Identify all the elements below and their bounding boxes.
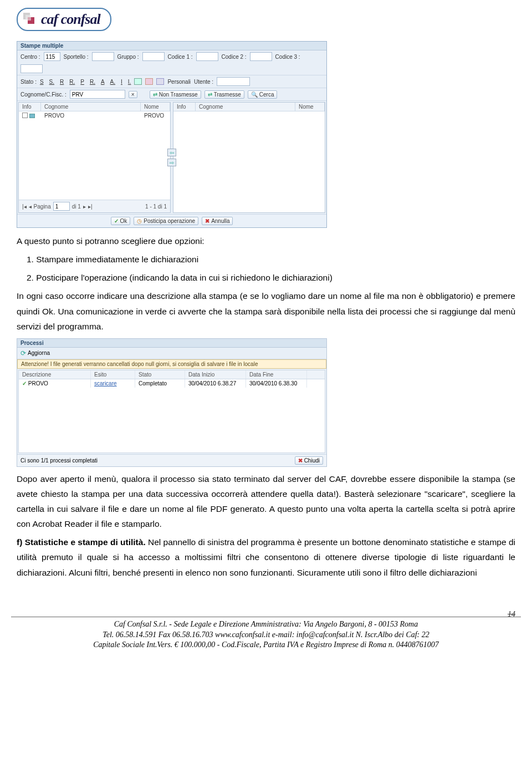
refresh-icon: ⟳ <box>21 349 26 357</box>
pager-next-icon[interactable]: ▸ <box>83 204 86 210</box>
transfer-arrows: ⇦ ⇨ <box>167 149 176 166</box>
posticipa-button[interactable]: ◷ Posticipa operazione <box>134 217 198 225</box>
chiudi-button[interactable]: ✖ Chiudi <box>295 456 323 465</box>
left-pane-header: Info Cognome Nome <box>19 103 170 111</box>
row-nome: PROVO <box>141 112 170 120</box>
footer-line: Capitale Sociale Int.Vers. € 100.000,00 … <box>17 640 515 650</box>
filter-row-3: Cognome/C.Fisc. : × ⇄ Non Trasmesse ⇄ Tr… <box>17 88 326 101</box>
cross-icon: ✖ <box>205 218 209 224</box>
col-data-fine: Data Fine <box>246 370 307 379</box>
codice2-label: Codice 2 : <box>222 54 247 60</box>
stato-letter[interactable]: S. <box>49 79 54 85</box>
pager-first-icon[interactable]: |◂ <box>22 204 27 210</box>
scaricare-link[interactable]: scaricare <box>94 380 117 387</box>
check-icon: ✓ <box>22 380 27 387</box>
col-cognome: Cognome <box>41 103 141 111</box>
col-nome: Nome <box>295 103 325 111</box>
stato-letters: S S. R R. P R. A A. I I. <box>40 79 131 85</box>
gruppo-input[interactable] <box>142 52 165 61</box>
codice1-label: Codice 1 : <box>168 54 193 60</box>
toolbar-icon[interactable] <box>134 78 142 85</box>
pager-of: di 1 <box>72 204 81 210</box>
clock-icon: ◷ <box>137 218 142 224</box>
paragraph: In ogni caso occorre indicare una descri… <box>17 288 515 333</box>
table-row[interactable]: ✓ PROVO scaricare Completato 30/04/2010 … <box>19 379 325 388</box>
col-cognome: Cognome <box>196 103 295 111</box>
list-panes: Info Cognome Nome PROVO PROVO |◂ <box>17 101 326 214</box>
stato-letter[interactable]: I. <box>128 79 131 85</box>
trasmesse-button[interactable]: ⇄ Trasmesse <box>204 90 244 99</box>
processi-status: Ci sono 1/1 processi completati <box>21 457 98 464</box>
pager-range: 1 - 1 di 1 <box>145 204 167 210</box>
stato-letter[interactable]: I <box>121 79 122 85</box>
sportello-label: Sportello : <box>64 54 89 60</box>
centro-input[interactable] <box>44 52 60 61</box>
utente-label: Utente : <box>194 79 213 85</box>
filter-row-2: Stato : S S. R R. P R. A A. I I. Persona… <box>17 75 326 88</box>
checkbox-icon[interactable] <box>22 113 28 118</box>
logo-container: caf confsal <box>17 8 111 31</box>
cerca-button[interactable]: 🔍 Cerca <box>248 90 278 99</box>
left-pane-body: PROVO PROVO <box>19 111 170 200</box>
pager-last-icon[interactable]: ▸| <box>88 204 93 210</box>
processi-toolbar: ⟳ Aggiorna <box>17 348 326 359</box>
right-pane-header: Info Cognome Nome <box>173 103 325 111</box>
stato-letter[interactable]: A <box>101 79 105 85</box>
processi-title: Processi <box>17 339 326 348</box>
col-descrizione: Descrizione <box>19 370 91 379</box>
row-stato: Completato <box>135 379 185 388</box>
page-number: 14 <box>508 609 515 620</box>
utente-input[interactable] <box>217 77 250 86</box>
arrow-icon: ⇄ <box>153 91 157 98</box>
stato-letter[interactable]: R. <box>90 79 95 85</box>
stato-label: Stato : <box>21 79 37 85</box>
codice2-input[interactable] <box>250 52 272 61</box>
list-item: 2. Posticipare l'operazione (indicando l… <box>17 270 515 285</box>
processi-footer: Ci sono 1/1 processi completati ✖ Chiudi <box>17 454 326 466</box>
toolbar-icon[interactable] <box>156 78 164 85</box>
table-row[interactable]: PROVO PROVO <box>19 111 170 120</box>
right-pane-body <box>173 111 325 212</box>
window-title: Stampe multiple <box>17 42 326 50</box>
move-left-button[interactable]: ⇦ <box>167 149 176 156</box>
aggiorna-button[interactable]: ⟳ Aggiorna <box>21 349 50 357</box>
stato-letter[interactable]: A. <box>110 79 115 85</box>
pager-page-input[interactable] <box>53 202 70 211</box>
annulla-button[interactable]: ✖ Annulla <box>202 217 233 225</box>
left-pane: Info Cognome Nome PROVO PROVO |◂ <box>18 102 171 213</box>
stato-letter[interactable]: R. <box>69 79 75 85</box>
footer-line: Caf Confsal S.r.l. - Sede Legale e Direz… <box>17 619 515 630</box>
check-icon: ✓ <box>114 218 119 224</box>
move-right-button[interactable]: ⇨ <box>167 159 176 166</box>
logo-icon <box>22 12 38 27</box>
col-info: Info <box>19 103 41 111</box>
col-info: Info <box>173 103 196 111</box>
non-trasmesse-button[interactable]: ⇄ Non Trasmesse <box>150 90 201 99</box>
ok-button[interactable]: ✓ Ok <box>111 217 131 225</box>
processi-table: Descrizione Esito Stato Data Inizio Data… <box>18 370 325 453</box>
pager-prev-icon[interactable]: ◂ <box>29 204 32 210</box>
processi-header: Descrizione Esito Stato Data Inizio Data… <box>19 370 325 379</box>
row-fine: 30/04/2010 6.38.30 <box>246 379 307 388</box>
sportello-input[interactable] <box>92 52 114 61</box>
filter-row-1: Centro : Sportello : Gruppo : Codice 1 :… <box>17 50 326 75</box>
codice3-input[interactable] <box>21 64 43 73</box>
cognome-label: Cognome/C.Fisc. : <box>21 91 66 98</box>
paragraph: f) Statistiche e stampe di utilità. Nel … <box>17 535 515 579</box>
footer-line: Tel. 06.58.14.591 Fax 06.58.16.703 www.c… <box>17 630 515 640</box>
cognome-input[interactable] <box>70 90 125 99</box>
codice1-input[interactable] <box>196 52 218 61</box>
col-nome: Nome <box>141 103 170 111</box>
stato-letter[interactable]: S <box>40 79 44 85</box>
stato-letter[interactable]: R <box>60 79 64 85</box>
row-esito: scaricare <box>91 379 135 388</box>
clear-button[interactable]: × <box>129 91 137 98</box>
stampe-multiple-window: Stampe multiple Centro : Sportello : Gru… <box>17 41 327 228</box>
processi-warning: Attenzione! I file generati verranno can… <box>17 359 326 369</box>
gruppo-label: Gruppo : <box>117 54 139 60</box>
centro-label: Centro : <box>21 54 40 60</box>
cross-icon: ✖ <box>298 457 303 464</box>
row-descrizione: ✓ PROVO <box>19 379 91 388</box>
stato-letter[interactable]: P <box>80 79 84 85</box>
toolbar-icon[interactable] <box>145 78 153 85</box>
